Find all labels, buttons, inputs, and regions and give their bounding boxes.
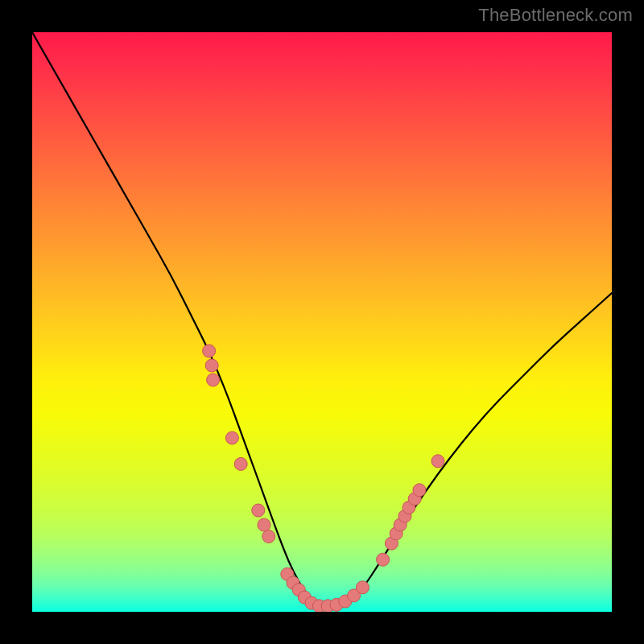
curve-marker — [431, 455, 444, 468]
curve-marker — [252, 504, 265, 517]
curve-marker — [258, 518, 270, 531]
chart-stage: TheBottleneck.com — [0, 0, 644, 644]
curve-marker — [203, 345, 216, 357]
watermark-text: TheBottleneck.com — [478, 5, 633, 26]
curve-marker — [413, 484, 426, 497]
curve-marker — [205, 359, 218, 372]
curve-marker — [207, 374, 220, 386]
curve-marker — [262, 530, 275, 543]
curve-markers — [203, 345, 444, 612]
bottleneck-curve — [32, 32, 612, 609]
plot-area — [32, 32, 612, 612]
curve-marker — [356, 581, 369, 594]
curve-marker — [234, 457, 247, 470]
curve-marker — [225, 431, 238, 444]
chart-svg — [32, 32, 612, 612]
curve-marker — [377, 553, 390, 566]
